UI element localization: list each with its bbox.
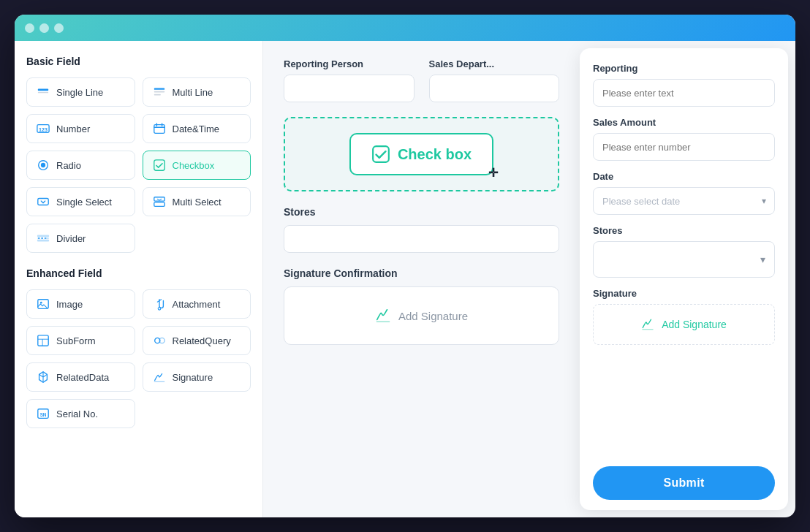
multi-select-icon (152, 194, 167, 209)
field-attachment[interactable]: Attachment (143, 289, 251, 319)
attachment-label: Attachment (173, 299, 221, 310)
signature-box[interactable]: Add Signature (284, 286, 559, 345)
multi-select-label: Multi Select (173, 197, 222, 208)
sig-confirmation-label: Signature Confirmation (284, 267, 559, 279)
radio-icon (36, 158, 50, 172)
svg-text:123: 123 (39, 126, 48, 133)
field-related-data[interactable]: RelatedData (26, 362, 135, 392)
image-label: Image (56, 299, 83, 310)
multi-line-icon (152, 85, 167, 99)
svg-rect-2 (154, 88, 164, 90)
field-multi-line[interactable]: Multi Line (143, 77, 251, 107)
sales-depart-input[interactable] (429, 75, 560, 102)
reporting-person-input[interactable] (284, 75, 415, 102)
divider-label: Divider (56, 233, 86, 244)
right-signature-label: Signature (593, 288, 775, 299)
right-signature-box[interactable]: Add Signature (593, 304, 775, 345)
right-sig-icon (641, 318, 654, 331)
right-add-signature-label: Add Signature (662, 319, 727, 330)
related-query-label: RelatedQuery (173, 335, 231, 346)
multi-line-label: Multi Line (173, 87, 213, 98)
dot-2 (39, 23, 49, 33)
related-query-icon (152, 333, 167, 348)
right-stores-dropdown[interactable]: ▾ (593, 241, 775, 278)
field-image[interactable]: Image (26, 289, 135, 319)
dot-3 (54, 23, 64, 33)
field-single-line[interactable]: Single Line (26, 77, 135, 107)
right-panel: Reporting Sales Amount Date Please selec… (580, 48, 788, 510)
signature-icon (152, 370, 167, 384)
svg-point-9 (41, 163, 45, 167)
related-data-icon (36, 370, 50, 384)
svg-rect-14 (37, 235, 49, 238)
field-divider[interactable]: Divider (26, 224, 135, 253)
svg-rect-7 (154, 125, 164, 134)
serial-no-label: Serial No. (56, 408, 98, 419)
svg-rect-1 (38, 92, 48, 93)
left-panel: Basic Field Single Line Multi Line (15, 41, 263, 517)
right-sales-amount-input[interactable] (593, 133, 775, 161)
titlebar (15, 15, 795, 41)
dot-1 (25, 23, 34, 33)
top-form-row: Reporting Person Sales Depart... (284, 58, 559, 102)
drop-zone[interactable]: Check box ✛ (284, 117, 559, 191)
right-sales-amount-label: Sales Amount (593, 117, 775, 128)
stores-chevron-icon: ▾ (760, 254, 765, 265)
checkbox-field-button[interactable]: Check box ✛ (349, 133, 493, 175)
svg-rect-15 (37, 240, 49, 242)
svg-rect-27 (373, 146, 389, 162)
number-label: Number (56, 123, 90, 134)
field-signature[interactable]: Signature (143, 362, 251, 392)
datetime-icon (152, 121, 167, 136)
right-stores-label: Stores (593, 225, 775, 236)
checkbox-field-label: Check box (398, 146, 472, 163)
right-date-select-wrapper: Please select date ▾ (593, 187, 775, 215)
svg-rect-11 (38, 199, 48, 205)
field-subform[interactable]: SubForm (26, 326, 135, 355)
move-cursor-icon: ✛ (488, 166, 498, 180)
image-icon (36, 297, 50, 311)
field-datetime[interactable]: Date&Time (143, 114, 251, 143)
checkbox-label: Checkbox (173, 160, 215, 171)
serial-no-icon: SN (36, 406, 50, 421)
stores-input-empty[interactable] (284, 225, 559, 253)
main-content: Basic Field Single Line Multi Line (15, 41, 795, 517)
subform-label: SubForm (56, 335, 95, 346)
svg-rect-0 (38, 89, 48, 91)
field-related-query[interactable]: RelatedQuery (143, 326, 251, 355)
svg-rect-13 (154, 202, 164, 206)
field-multi-select[interactable]: Multi Select (143, 187, 251, 216)
enhanced-field-grid: Image Attachment SubForm (26, 289, 251, 428)
center-panel: Reporting Person Sales Depart... Check b… (263, 41, 580, 517)
single-select-label: Single Select (56, 197, 112, 208)
sig-box-icon (375, 308, 391, 324)
right-reporting-label: Reporting (593, 63, 775, 74)
single-select-icon (36, 194, 50, 209)
attachment-icon (152, 297, 167, 311)
divider-icon (36, 231, 50, 246)
field-checkbox[interactable]: Checkbox (143, 151, 251, 180)
submit-button[interactable]: Submit (593, 466, 775, 500)
field-number[interactable]: 123 Number (26, 114, 135, 143)
field-serial-no[interactable]: SN Serial No. (26, 399, 135, 428)
subform-icon (36, 333, 50, 348)
reporting-person-label: Reporting Person (284, 58, 415, 69)
datetime-label: Date&Time (173, 123, 220, 134)
titlebar-dots (25, 23, 64, 33)
svg-point-18 (40, 302, 42, 304)
number-icon: 123 (36, 121, 50, 136)
enhanced-field-title: Enhanced Field (26, 267, 251, 279)
right-date-label: Date (593, 171, 775, 182)
field-single-select[interactable]: Single Select (26, 187, 135, 216)
single-line-label: Single Line (56, 87, 103, 98)
field-radio[interactable]: Radio (26, 151, 135, 180)
right-date-select[interactable]: Please select date (593, 187, 775, 215)
app-window: Basic Field Single Line Multi Line (15, 15, 795, 517)
submit-section: Submit (593, 455, 775, 500)
right-reporting-input[interactable] (593, 79, 775, 107)
svg-rect-4 (154, 94, 160, 96)
sales-depart-label: Sales Depart... (429, 58, 560, 69)
basic-field-title: Basic Field (26, 56, 251, 67)
signature-label: Signature (173, 372, 213, 383)
reporting-person-group: Reporting Person (284, 58, 415, 102)
